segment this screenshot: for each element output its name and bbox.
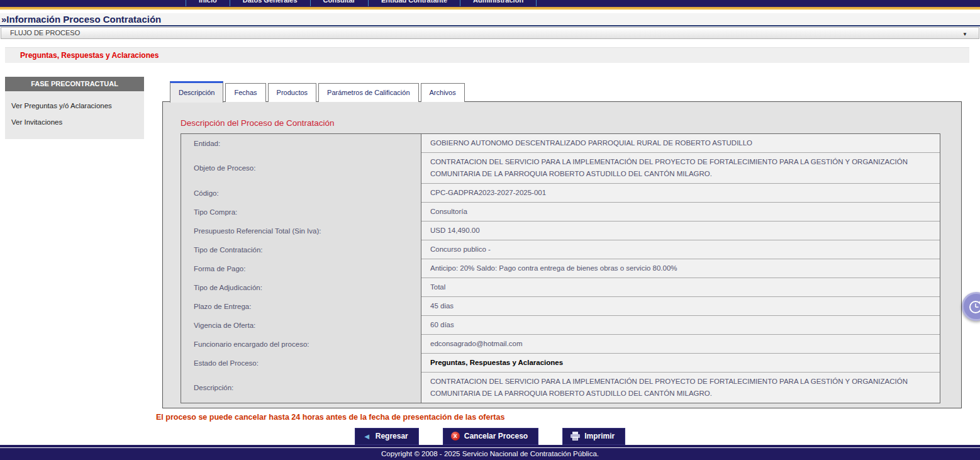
row-label: Estado del Proceso: xyxy=(181,354,421,373)
cancel-button-label: Cancelar Proceso xyxy=(464,432,528,440)
table-row-tipo-contratacion: Tipo de Contratación: Concurso publico - xyxy=(181,240,940,259)
row-value: edconsagrado@hotmail.com xyxy=(421,335,940,354)
printer-icon xyxy=(571,432,580,440)
row-value: Total xyxy=(421,278,940,297)
tab-parametros-calificacion[interactable]: Parámetros de Calificación xyxy=(318,83,418,102)
clock-icon xyxy=(967,297,980,316)
table-row-presupuesto: Presupuesto Referencial Total (Sin Iva):… xyxy=(181,222,940,240)
row-value: Concurso publico - xyxy=(421,240,940,259)
sidebar-body: Ver Preguntas y/ó Aclaraciones Ver Invit… xyxy=(5,91,144,139)
print-button[interactable]: Imprimir xyxy=(562,428,625,445)
row-value: Consultoría xyxy=(421,203,940,222)
table-row-codigo: Código: CPC-GADPRA2023-2027-2025-001 xyxy=(181,184,940,203)
row-value: 45 dias xyxy=(421,297,940,316)
row-label: Funcionario encargado del proceso: xyxy=(181,335,421,354)
cancel-x-icon: X xyxy=(451,432,460,440)
sidebar: FASE PRECONTRACTUAL Ver Preguntas y/ó Ac… xyxy=(5,77,144,139)
sidebar-item-ver-invitaciones[interactable]: Ver Invitaciones xyxy=(5,114,144,130)
cancel-note: El proceso se puede cancelar hasta 24 ho… xyxy=(156,413,504,422)
row-label: Código: xyxy=(181,184,421,203)
row-value: CPC-GADPRA2023-2027-2025-001 xyxy=(421,184,940,203)
row-value: 60 días xyxy=(421,316,940,335)
table-row-estado-proceso: Estado del Proceso: Preguntas, Respuesta… xyxy=(181,354,940,373)
row-label: Tipo de Adjudicación: xyxy=(181,278,421,297)
row-label: Tipo de Contratación: xyxy=(181,240,421,259)
sidebar-item-ver-preguntas[interactable]: Ver Preguntas y/ó Aclaraciones xyxy=(5,98,144,114)
tab-productos[interactable]: Productos xyxy=(268,83,317,102)
gold-divider xyxy=(0,7,980,10)
nav-item-consultar[interactable]: Consultar xyxy=(311,0,369,6)
row-label: Descripción: xyxy=(181,373,421,403)
table-row-tipo-adjudicacion: Tipo de Adjudicación: Total xyxy=(181,278,940,297)
row-label: Forma de Pago: xyxy=(181,259,421,278)
top-nav: Inicio Datos Generales Consultar Entidad… xyxy=(0,0,980,7)
row-label: Tipo Compra: xyxy=(181,203,421,222)
row-value: CONTRATACION DEL SERVICIO PARA LA IMPLEM… xyxy=(421,373,940,403)
detail-table: Entidad: GOBIERNO AUTONOMO DESCENTRALIZA… xyxy=(181,133,940,403)
tab-panel: Descripción del Proceso de Contratación … xyxy=(162,101,962,408)
row-label: Presupuesto Referencial Total (Sin Iva): xyxy=(181,222,421,240)
flow-select[interactable]: FLUJO DE PROCESO ▼ xyxy=(1,27,979,39)
footer: Copyright © 2008 - 2025 Servicio Naciona… xyxy=(0,448,980,460)
detail-heading: Descripción del Proceso de Contratación xyxy=(181,118,961,128)
footer-copyright: Copyright © 2008 - 2025 Servicio Naciona… xyxy=(381,450,599,457)
floating-clock-widget[interactable] xyxy=(962,292,980,321)
row-label: Entidad: xyxy=(181,134,421,153)
table-row-objeto: Objeto de Proceso: CONTRATACION DEL SERV… xyxy=(181,153,940,184)
row-label: Plazo de Entrega: xyxy=(181,297,421,316)
print-button-label: Imprimir xyxy=(584,432,615,440)
table-row-tipo-compra: Tipo Compra: Consultoría xyxy=(181,203,940,222)
sidebar-header: FASE PRECONTRACTUAL xyxy=(5,77,144,91)
nav-item-datos-generales[interactable]: Datos Generales xyxy=(230,0,311,6)
cancel-process-button[interactable]: X Cancelar Proceso xyxy=(443,428,538,445)
flow-select-value: FLUJO DE PROCESO xyxy=(10,29,80,36)
row-value: GOBIERNO AUTONOMO DESCENTRALIZADO PARROQ… xyxy=(421,134,940,153)
footer-divider xyxy=(0,445,980,447)
tab-bar: Descripción Fechas Productos Parámetros … xyxy=(162,81,962,102)
table-row-vigencia-oferta: Vigencia de Oferta: 60 días xyxy=(181,316,940,335)
dropdown-arrow-icon: ▼ xyxy=(962,29,967,40)
table-row-forma-pago: Forma de Pago: Anticipo: 20% Saldo: Pago… xyxy=(181,259,940,278)
row-label: Vigencia de Oferta: xyxy=(181,316,421,335)
row-value: Preguntas, Respuestas y Aclaraciones xyxy=(421,354,940,373)
table-row-funcionario: Funcionario encargado del proceso: edcon… xyxy=(181,335,940,354)
tab-archivos[interactable]: Archivos xyxy=(421,83,465,102)
top-nav-menu: Inicio Datos Generales Consultar Entidad… xyxy=(186,0,980,6)
status-banner: Preguntas, Respuestas y Aclaraciones xyxy=(5,47,969,63)
row-value: USD 14,490.00 xyxy=(421,222,940,240)
table-row-plazo-entrega: Plazo de Entrega: 45 dias xyxy=(181,297,940,316)
row-value: Anticipo: 20% Saldo: Pago contra entrega… xyxy=(421,259,940,278)
table-row-descripcion: Descripción: CONTRATACION DEL SERVICIO P… xyxy=(181,373,940,403)
page-title: »Información Proceso Contratación xyxy=(0,13,980,26)
back-button[interactable]: ◄ Regresar xyxy=(355,428,419,445)
tab-fechas[interactable]: Fechas xyxy=(225,83,265,102)
action-buttons: ◄ Regresar X Cancelar Proceso Imprimir xyxy=(0,428,980,445)
nav-item-administracion[interactable]: Administración xyxy=(460,0,537,6)
row-value: CONTRATACION DEL SERVICIO PARA LA IMPLEM… xyxy=(421,153,940,184)
back-button-label: Regresar xyxy=(376,432,408,440)
back-arrow-icon: ◄ xyxy=(363,432,371,440)
nav-item-inicio[interactable]: Inicio xyxy=(186,0,230,6)
tab-descripcion[interactable]: Descripción xyxy=(170,81,223,103)
main-content: Descripción Fechas Productos Parámetros … xyxy=(162,81,962,408)
table-row-entidad: Entidad: GOBIERNO AUTONOMO DESCENTRALIZA… xyxy=(181,134,940,153)
nav-item-entidad-contratante[interactable]: Entidad Contratante xyxy=(369,0,460,6)
row-label: Objeto de Proceso: xyxy=(181,153,421,184)
